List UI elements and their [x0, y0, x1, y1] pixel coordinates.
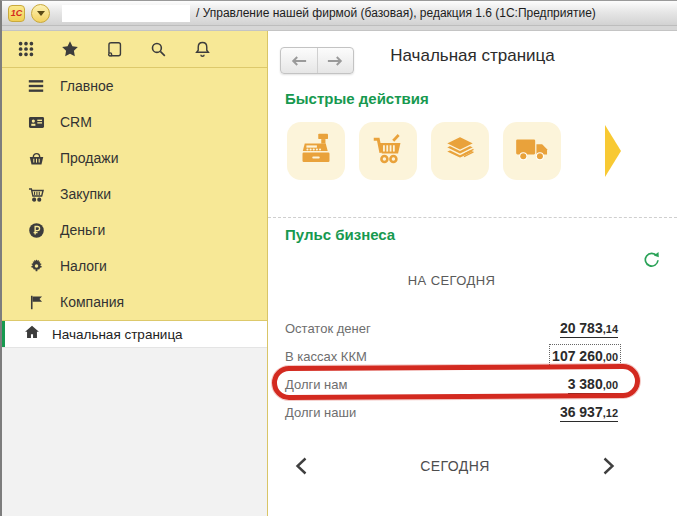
eagle-emblem-icon — [26, 256, 46, 276]
delivery-tile[interactable] — [503, 122, 561, 180]
sidebar-item-label: Продажи — [60, 150, 118, 166]
titlebar: 1С / Управление нашей фирмой (базовая), … — [2, 1, 677, 26]
sidebar-toolbar — [2, 31, 267, 68]
value-integer: 3 380 — [568, 376, 603, 392]
sidebar-item-label: Начальная страница — [52, 327, 183, 342]
cash-register-tile[interactable] — [287, 122, 345, 180]
sidebar-item-label: CRM — [60, 114, 92, 130]
sidebar-item-label: Компания — [60, 294, 124, 310]
sidebar-item-label: Закупки — [60, 186, 111, 202]
sidebar-item-glavnoe[interactable]: Главное — [2, 68, 267, 104]
quick-actions-row — [287, 122, 677, 180]
row-value-link[interactable]: 3 380,00 — [568, 375, 618, 394]
flag-icon — [26, 292, 46, 312]
history-nav-buttons — [280, 47, 354, 74]
sidebar-item-dengi[interactable]: Деньги — [2, 212, 267, 248]
main-content: Начальная страница Быстрые действия — [268, 31, 677, 516]
period-nav: СЕГОДНЯ — [268, 457, 677, 475]
window-title: / Управление нашей фирмой (базовая), ред… — [196, 6, 596, 20]
value-fraction: ,00 — [603, 351, 618, 363]
sidebar-item-home-page[interactable]: Начальная страница — [2, 320, 267, 348]
sidebar-empty-area — [2, 348, 267, 516]
pulse-row-debts-to-us: Долги нам 3 380,00 — [285, 370, 618, 398]
sidebar-item-kompaniya[interactable]: Компания — [2, 284, 267, 320]
period-nav-label: СЕГОДНЯ — [308, 458, 602, 474]
value-integer: 36 937 — [560, 404, 603, 420]
history-scroll-icon[interactable] — [104, 39, 124, 59]
sidebar-item-crm[interactable]: CRM — [2, 104, 267, 140]
pulse-row-cash-balance: Остаток денег 20 783,14 — [285, 314, 618, 342]
app-body: Главное CRM Продажи Закупки Деньги — [2, 31, 677, 516]
period-header: НА СЕГОДНЯ — [285, 273, 618, 288]
menu-lines-icon — [26, 76, 46, 96]
sidebar: Главное CRM Продажи Закупки Деньги — [2, 31, 268, 516]
value-integer: 107 260 — [552, 348, 603, 364]
main-menu-dropdown-button[interactable] — [31, 4, 50, 23]
notifications-bell-icon[interactable] — [192, 39, 212, 59]
row-value-link[interactable]: 20 783,14 — [560, 319, 618, 338]
row-label: Долги наши — [285, 405, 356, 420]
contact-card-icon — [26, 112, 46, 132]
basket-icon — [26, 148, 46, 168]
cash-register-icon — [298, 131, 334, 171]
next-period-chevron-icon[interactable] — [602, 457, 615, 475]
business-pulse-heading: Пульс бизнеса — [285, 226, 677, 243]
value-fraction: ,14 — [603, 323, 618, 335]
row-label: Долги нам — [285, 377, 347, 392]
period-block: НА СЕГОДНЯ Остаток денег 20 783,14 В кас… — [285, 273, 618, 426]
sidebar-item-label: Деньги — [60, 222, 105, 238]
quick-actions-heading: Быстрые действия — [285, 90, 677, 107]
money-tile[interactable] — [431, 122, 489, 180]
value-fraction: ,12 — [603, 407, 618, 419]
sidebar-menu: Главное CRM Продажи Закупки Деньги — [2, 68, 267, 320]
ruble-coin-icon — [26, 220, 46, 240]
sidebar-item-nalogi[interactable]: Налоги — [2, 248, 267, 284]
1c-logo-icon: 1С — [8, 5, 25, 22]
delivery-truck-icon — [513, 130, 551, 172]
pulse-row-kkm-cash: В кассах ККМ 107 260,00 — [285, 342, 618, 370]
row-label: Остаток денег — [285, 321, 371, 336]
business-pulse-section: Пульс бизнеса НА СЕГОДНЯ Остаток денег 2… — [268, 217, 677, 475]
favorites-star-icon[interactable] — [60, 39, 80, 59]
pulse-rows: Остаток денег 20 783,14 В кассах ККМ 107… — [285, 314, 618, 426]
back-button[interactable] — [281, 48, 318, 73]
sidebar-item-label: Главное — [60, 78, 114, 94]
forward-button[interactable] — [318, 48, 354, 73]
money-stack-icon — [441, 130, 479, 172]
value-integer: 20 783 — [560, 320, 603, 336]
home-icon — [23, 323, 41, 345]
sidebar-item-label: Налоги — [60, 258, 107, 274]
search-icon[interactable] — [148, 39, 168, 59]
cart-icon — [26, 184, 46, 204]
shopping-cart-tile[interactable] — [359, 122, 417, 180]
value-fraction: ,00 — [603, 379, 618, 391]
app-window: 1С / Управление нашей фирмой (базовая), … — [0, 0, 677, 516]
shopping-cart-icon — [370, 131, 406, 171]
pulse-row-our-debts: Долги наши 36 937,12 — [285, 398, 618, 426]
row-value-link[interactable]: 107 260,00 — [552, 347, 618, 366]
refresh-icon[interactable] — [642, 250, 661, 273]
sidebar-item-zakupki[interactable]: Закупки — [2, 176, 267, 212]
row-value-link[interactable]: 36 937,12 — [560, 403, 618, 422]
sidebar-item-prodazhi[interactable]: Продажи — [2, 140, 267, 176]
more-actions-arrow-icon[interactable] — [605, 125, 623, 177]
prev-period-chevron-icon[interactable] — [295, 457, 308, 475]
apps-grid-icon[interactable] — [16, 39, 36, 59]
chevron-down-icon — [37, 11, 45, 16]
row-label: В кассах ККМ — [285, 349, 367, 364]
redacted-company-name — [62, 5, 190, 22]
